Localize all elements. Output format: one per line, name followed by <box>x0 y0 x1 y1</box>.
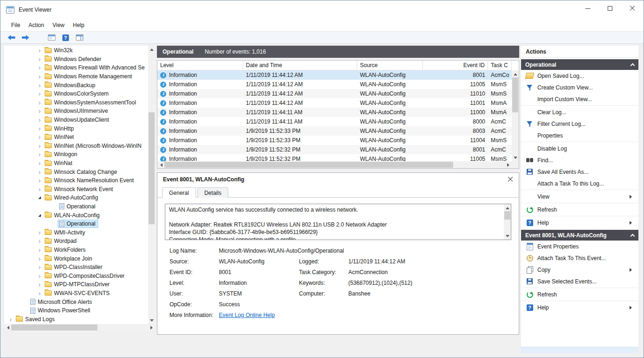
chevron-collapsed-icon[interactable] <box>7 317 14 322</box>
event-row-11005[interactable]: iInformation1/11/2019 11:44:12 AMWLAN-Au… <box>157 80 512 89</box>
chevron-collapsed-icon[interactable] <box>36 170 43 174</box>
column-header-task-c[interactable]: Task C <box>488 61 512 70</box>
event-row-11005[interactable]: iInformation1/9/2019 11:52:32 PMWLAN-Aut… <box>157 154 512 161</box>
event-row-11010[interactable]: iInformation1/11/2019 11:44:12 AMWLAN-Au… <box>157 89 512 98</box>
chevron-collapsed-icon[interactable] <box>36 117 43 122</box>
action-item-properties[interactable]: Properties <box>521 130 638 141</box>
chevron-collapsed-icon[interactable] <box>36 178 43 183</box>
action-item-disable-log[interactable]: Disable Log <box>521 143 638 154</box>
minimize-button[interactable] <box>576 0 599 16</box>
description-scrollbar[interactable] <box>504 204 511 240</box>
action-item-help[interactable]: Help <box>521 302 638 313</box>
action-item-refresh[interactable]: Refresh <box>521 204 638 215</box>
tree-item-operational[interactable]: Operational <box>4 202 148 211</box>
tree-item-windowssystemassessmenttool[interactable]: WindowsSystemAssessmentTool <box>4 98 148 107</box>
action-item-import-custom-view[interactable]: Import Custom View... <box>521 93 638 105</box>
scroll-up-button[interactable] <box>504 204 511 211</box>
event-row-11000[interactable]: iInformation1/11/2019 11:44:11 AMWLAN-Au… <box>157 108 512 117</box>
tree-item-wpd-compositeclassdriver[interactable]: WPD-CompositeClassDriver <box>4 271 148 280</box>
scroll-left-button[interactable] <box>4 324 11 331</box>
events-scrollbar-thumb[interactable] <box>512 77 518 112</box>
tree-item-wpd-mtpclassdriver[interactable]: WPD-MTPClassDriver <box>4 280 148 289</box>
action-item-create-custom-view[interactable]: Create Custom View... <box>521 82 638 93</box>
menu-item-view[interactable]: View <box>48 21 69 30</box>
event-row-11004[interactable]: iInformation1/9/2019 11:52:33 PMWLAN-Aut… <box>157 136 512 145</box>
tree-item-workfolders[interactable]: WorkFolders <box>4 246 148 255</box>
action-item-attach-a-task-to-this-log[interactable]: Attach a Task To this Log... <box>521 178 638 189</box>
action-item-clear-log[interactable]: Clear Log... <box>521 106 638 118</box>
maximize-button[interactable] <box>599 0 621 16</box>
chevron-collapsed-icon[interactable] <box>36 91 43 96</box>
column-header-source[interactable]: Source <box>357 61 423 70</box>
description-scrollbar-thumb[interactable] <box>504 211 510 220</box>
scroll-right-button[interactable] <box>505 161 512 168</box>
action-item-attach-task-to-this-event[interactable]: Attach Task To This Event... <box>521 252 638 264</box>
tree-item-windowsupdateclient[interactable]: WindowsUpdateClient <box>4 116 148 124</box>
tree-item-wlan-autoconfig[interactable]: WLAN-AutoConfig <box>4 211 148 220</box>
chevron-collapsed-icon[interactable] <box>36 74 43 79</box>
chevron-collapsed-icon[interactable] <box>36 248 43 252</box>
show-action-pane-button[interactable] <box>73 33 86 43</box>
menu-item-help[interactable]: Help <box>69 21 89 30</box>
events-vertical-scrollbar[interactable] <box>512 70 519 161</box>
tree-scrollbar-thumb[interactable] <box>149 112 155 224</box>
chevron-collapsed-icon[interactable] <box>36 256 43 261</box>
chevron-collapsed-icon[interactable] <box>36 265 43 269</box>
event-row-8003[interactable]: iInformation1/9/2019 11:52:33 PMWLAN-Aut… <box>157 126 512 136</box>
chevron-collapsed-icon[interactable] <box>36 144 43 148</box>
action-item-find[interactable]: Find... <box>521 154 638 166</box>
chevron-collapsed-icon[interactable] <box>36 126 43 131</box>
tree-item-wwan-svc-events[interactable]: WWAN-SVC-EVENTS <box>4 289 148 298</box>
events-horizontal-scrollbar[interactable] <box>157 161 512 168</box>
show-console-tree-button[interactable] <box>45 33 58 43</box>
chevron-expanded-icon[interactable] <box>36 214 43 217</box>
chevron-collapsed-icon[interactable] <box>36 291 43 296</box>
action-item-refresh[interactable]: Refresh <box>521 289 638 300</box>
section-header-operational[interactable]: Operational <box>521 59 638 70</box>
tree-item-wired-autoconfig[interactable]: Wired-AutoConfig <box>4 193 148 202</box>
collapse-chevron-icon[interactable] <box>630 63 635 68</box>
actions-horizontal-scrollbar[interactable] <box>521 347 638 353</box>
tree-item-windowsuiimmersive[interactable]: WindowsUIImmersive <box>4 107 148 116</box>
tree-item-microsoft-office-alerts[interactable]: Microsoft Office Alerts <box>4 297 148 306</box>
column-header-level[interactable]: Level <box>157 61 243 70</box>
tree-item-wpd-classinstaller[interactable]: WPD-ClassInstaller <box>4 263 148 272</box>
action-item-open-saved-log[interactable]: Open Saved Log... <box>521 70 638 82</box>
scroll-down-button[interactable] <box>512 154 519 161</box>
chevron-collapsed-icon[interactable] <box>36 152 43 157</box>
event-row-11001[interactable]: iInformation1/11/2019 11:44:12 AMWLAN-Au… <box>157 98 512 108</box>
chevron-collapsed-icon[interactable] <box>36 65 43 70</box>
tree-item-winlogon[interactable]: Winlogon <box>4 150 148 159</box>
scroll-left-button[interactable] <box>157 161 164 168</box>
scroll-down-button[interactable] <box>504 233 511 240</box>
scroll-up-button[interactable] <box>148 46 155 53</box>
help-button[interactable] <box>59 33 72 43</box>
tree-hscrollbar-thumb[interactable] <box>11 324 97 330</box>
chevron-collapsed-icon[interactable] <box>36 83 43 88</box>
chevron-collapsed-icon[interactable] <box>36 239 43 243</box>
tree-item-winsock-network-event[interactable]: Winsock Network Event <box>4 185 148 194</box>
scroll-up-button[interactable] <box>512 70 519 77</box>
chevron-collapsed-icon[interactable] <box>36 187 43 192</box>
event-row-8001[interactable]: iInformation1/9/2019 11:52:32 PMWLAN-Aut… <box>157 145 512 154</box>
tree-item-winsock-catalog-change[interactable]: Winsock Catalog Change <box>4 167 148 176</box>
tree-item-win32k[interactable]: Win32k <box>4 46 148 55</box>
events-hscrollbar-thumb[interactable] <box>164 162 453 168</box>
back-button[interactable] <box>5 33 18 43</box>
tree-item-workplace-join[interactable]: Workplace Join <box>4 254 148 263</box>
chevron-collapsed-icon[interactable] <box>36 230 43 235</box>
chevron-collapsed-icon[interactable] <box>36 135 43 139</box>
section-header-event-8001-wlan-autoconfig[interactable]: Event 8001, WLAN-AutoConfig <box>521 230 638 241</box>
tree-item-windowsbackup[interactable]: WindowsBackup <box>4 81 148 90</box>
collapse-chevron-icon[interactable] <box>630 234 635 239</box>
menu-item-file[interactable]: File <box>7 21 24 30</box>
tree-item-windows-powershell[interactable]: Windows PowerShell <box>4 306 148 315</box>
tree-item-windows-remote-management[interactable]: Windows Remote Management <box>4 72 148 81</box>
action-item-copy[interactable]: Copy <box>521 264 638 275</box>
column-header-date-and-time[interactable]: Date and Time <box>243 61 357 70</box>
column-header-event-id[interactable]: Event ID <box>423 61 488 70</box>
tree-item-winhttp[interactable]: WinHttp <box>4 124 148 133</box>
chevron-collapsed-icon[interactable] <box>36 57 43 62</box>
tree-item-winsock-nameresolution-event[interactable]: Winsock NameResolution Event <box>4 176 148 185</box>
chevron-collapsed-icon[interactable] <box>36 282 43 287</box>
